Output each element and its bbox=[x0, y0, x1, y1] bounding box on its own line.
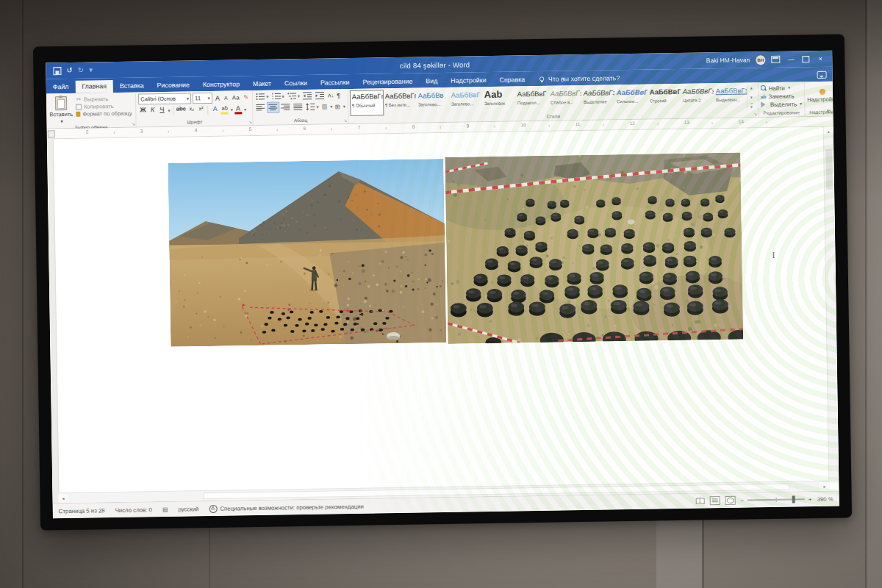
copy-button[interactable]: Копировать bbox=[76, 103, 132, 110]
grow-font-button[interactable]: А bbox=[214, 93, 221, 103]
styles-up-icon[interactable]: ▴ bbox=[750, 85, 753, 90]
tab-8[interactable]: Рецензирование bbox=[356, 75, 419, 88]
styles-down-icon[interactable]: ▾ bbox=[750, 94, 753, 99]
style-item[interactable]: АаБбВвГПодзагол... bbox=[516, 88, 549, 113]
select-button[interactable]: Выделить ▾ bbox=[761, 100, 802, 108]
tab-11[interactable]: Справка bbox=[492, 74, 531, 87]
superscript-button[interactable]: х² bbox=[197, 105, 206, 115]
tab-0[interactable]: Файл bbox=[46, 81, 76, 94]
cut-button[interactable]: ✂ Вырезать bbox=[76, 96, 132, 103]
style-item[interactable]: АаbЗаголовок bbox=[483, 88, 516, 113]
line-spacing-button[interactable]: ▾ bbox=[305, 102, 319, 112]
ribbon-display-options-icon[interactable] bbox=[771, 56, 780, 63]
zoom-thumb[interactable] bbox=[792, 495, 795, 503]
change-case-button[interactable]: Аа bbox=[231, 93, 241, 102]
tab-6[interactable]: Ссылки bbox=[278, 77, 314, 90]
zoom-slider[interactable]: − + bbox=[740, 496, 811, 504]
numbering-button[interactable]: ▾ bbox=[270, 91, 284, 101]
style-item[interactable]: АаБбВвГг,¶ Обычный bbox=[351, 90, 384, 115]
text-effects-button[interactable]: А bbox=[211, 105, 220, 115]
zoom-in-icon[interactable]: + bbox=[808, 496, 812, 503]
align-center-button[interactable] bbox=[268, 102, 279, 112]
zoom-out-icon[interactable]: − bbox=[740, 497, 744, 503]
clear-format-button[interactable]: ✎ bbox=[242, 93, 250, 102]
tab-selector[interactable] bbox=[48, 130, 55, 137]
sort-button[interactable]: А↓ bbox=[327, 90, 334, 100]
style-item[interactable]: АаБбВвГзВыделенн... bbox=[714, 85, 747, 110]
replace-button[interactable]: ab Заменить bbox=[761, 92, 802, 100]
scroll-left-icon[interactable]: ◂ bbox=[58, 494, 68, 503]
highlight-button[interactable]: ab bbox=[220, 105, 229, 115]
bullets-button[interactable]: ▾ bbox=[255, 92, 269, 101]
strikethrough-button[interactable]: abc bbox=[176, 105, 187, 115]
restore-button[interactable] bbox=[802, 56, 809, 62]
accessibility-status[interactable]: Специальные возможности: проверьте реком… bbox=[209, 502, 364, 512]
shading-button[interactable]: ▨ bbox=[321, 101, 329, 111]
shrink-font-button[interactable]: А bbox=[223, 93, 229, 103]
addins-button[interactable]: Надстройки bbox=[807, 83, 838, 110]
multilevel-list-button[interactable]: ▾ bbox=[287, 91, 301, 101]
font-name-combo[interactable]: Calibri (Основ ▾ bbox=[138, 93, 191, 104]
scroll-right-icon[interactable]: ▸ bbox=[820, 481, 829, 490]
paste-button[interactable]: Вставить ▾ bbox=[49, 95, 74, 125]
borders-button[interactable]: ⊞ bbox=[334, 101, 340, 111]
style-item[interactable]: АаБбВвГ,Строгий bbox=[648, 86, 681, 111]
style-item[interactable]: АаБбВвГЗаголово... bbox=[450, 89, 483, 114]
tab-2[interactable]: Вставка bbox=[113, 79, 151, 93]
vertical-scroll-thumb[interactable] bbox=[825, 149, 833, 190]
clipboard-launcher-icon[interactable]: ↘ bbox=[132, 122, 135, 126]
font-launcher-icon[interactable]: ↘ bbox=[248, 120, 252, 124]
redo-icon[interactable]: ↻ bbox=[78, 67, 85, 74]
tab-1[interactable]: Главная bbox=[75, 80, 113, 93]
language-indicator[interactable]: русский bbox=[178, 506, 198, 512]
undo-icon[interactable]: ↺ bbox=[66, 67, 73, 74]
tab-4[interactable]: Конструктор bbox=[196, 78, 246, 91]
style-item[interactable]: АаБбВвГзСлабое в... bbox=[549, 87, 582, 112]
increase-indent-button[interactable] bbox=[315, 90, 326, 100]
minimize-button[interactable]: — bbox=[786, 56, 796, 62]
italic-button[interactable]: К bbox=[148, 106, 157, 115]
save-icon[interactable] bbox=[53, 67, 61, 75]
style-item[interactable]: АаБбВвЗаголово... bbox=[417, 90, 450, 115]
scroll-up-icon[interactable]: ▴ bbox=[824, 127, 833, 137]
styles-launcher-icon[interactable]: ↘ bbox=[753, 112, 757, 116]
web-layout-button[interactable] bbox=[725, 496, 735, 505]
format-painter-button[interactable]: Формат по образцу bbox=[76, 110, 132, 118]
justify-button[interactable] bbox=[293, 102, 304, 112]
zoom-level[interactable]: 390 % bbox=[817, 495, 833, 502]
word-count[interactable]: Число слов: 0 bbox=[115, 506, 152, 514]
find-button[interactable]: Найти ▾ bbox=[761, 84, 802, 92]
decrease-indent-button[interactable] bbox=[302, 91, 313, 101]
tab-9[interactable]: Вид bbox=[419, 75, 444, 88]
style-item[interactable]: АаБбВвГзСильное... bbox=[615, 87, 648, 112]
page-indicator[interactable]: Страница 5 из 28 bbox=[59, 507, 105, 514]
qat-customize-icon[interactable]: ▾ bbox=[89, 66, 93, 74]
photo-mountain-soldier[interactable] bbox=[168, 159, 446, 347]
subscript-button[interactable]: х₂ bbox=[187, 105, 196, 115]
vertical-scrollbar[interactable]: ▴ bbox=[823, 127, 839, 481]
collapse-ribbon-icon[interactable]: ∧ bbox=[825, 108, 830, 115]
style-item[interactable]: АаБбВвГзЦитата 2 bbox=[681, 85, 714, 110]
style-item[interactable]: АаБбВвГг,¶ Без инте... bbox=[384, 90, 417, 115]
align-right-button[interactable] bbox=[280, 102, 291, 112]
bold-button[interactable]: Ж bbox=[138, 106, 147, 115]
proofing-icon[interactable]: ▤ bbox=[162, 506, 168, 512]
font-color-button[interactable]: А bbox=[234, 104, 243, 114]
styles-scroll[interactable]: ▴ ▾ ▾ bbox=[747, 84, 756, 110]
feedback-icon[interactable] bbox=[817, 71, 827, 79]
tab-3[interactable]: Рисование bbox=[150, 79, 196, 92]
tab-5[interactable]: Макет bbox=[246, 77, 278, 90]
tab-7[interactable]: Рассылки bbox=[314, 76, 356, 90]
align-left-button[interactable] bbox=[255, 103, 266, 112]
paragraph-launcher-icon[interactable]: ↘ bbox=[343, 118, 347, 123]
style-item[interactable]: АаБбВвГзВыделение bbox=[582, 87, 615, 112]
print-layout-button[interactable] bbox=[709, 496, 720, 505]
account-name[interactable]: Baki HM-Havan bbox=[706, 56, 750, 64]
show-marks-button[interactable]: ¶ bbox=[336, 90, 341, 100]
photo-mines-closeup[interactable] bbox=[445, 153, 743, 344]
read-mode-button[interactable] bbox=[695, 497, 704, 504]
avatar[interactable]: BH bbox=[756, 55, 765, 65]
underline-button[interactable]: Ч bbox=[157, 106, 166, 115]
document-area[interactable]: I ▴ ◂ ▸ bbox=[47, 127, 839, 503]
font-size-combo[interactable]: 11 ▾ bbox=[193, 93, 212, 104]
